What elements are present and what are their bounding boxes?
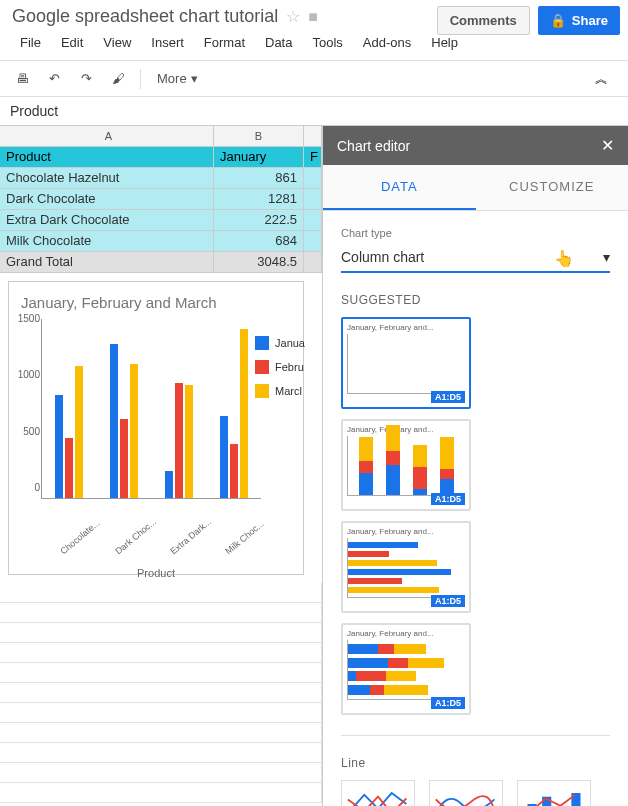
folder-icon[interactable]: ■ xyxy=(308,8,318,26)
chart-editor-panel: Chart editor ✕ DATA CUSTOMIZE Chart type… xyxy=(322,126,628,806)
table-total-row[interactable]: Grand Total 3048.5 xyxy=(0,252,322,273)
star-icon[interactable]: ☆ xyxy=(286,7,300,26)
range-badge: A1:D5 xyxy=(431,595,465,607)
ytick: 0 xyxy=(16,482,40,493)
comments-button[interactable]: Comments xyxy=(437,6,530,35)
cell: Grand Total xyxy=(0,252,214,272)
range-badge: A1:D5 xyxy=(431,493,465,505)
undo-icon[interactable]: ↶ xyxy=(40,65,68,93)
header-cell: F xyxy=(304,147,322,167)
menu-format[interactable]: Format xyxy=(196,31,253,54)
cursor-icon: 👆 xyxy=(554,249,574,268)
card-title: January, February and... xyxy=(347,527,465,536)
cell: Dark Chocolate xyxy=(0,189,214,209)
ytick: 1000 xyxy=(16,369,40,380)
chart-xlabel: Product xyxy=(21,567,291,579)
chart-type-combo[interactable] xyxy=(517,780,591,806)
chevron-down-icon: ▾ xyxy=(603,249,610,265)
share-button[interactable]: 🔒 Share xyxy=(538,6,620,35)
embedded-chart[interactable]: January, February and March 1500 1000 50… xyxy=(8,281,304,575)
cell: 861 xyxy=(214,168,304,188)
table-row[interactable]: Dark Chocolate 1281 xyxy=(0,189,322,210)
ytick: 1500 xyxy=(16,313,40,324)
chevron-down-icon: ▾ xyxy=(191,71,198,86)
table-header-row[interactable]: Product January F xyxy=(0,147,322,168)
suggested-chart-stacked-column[interactable]: January, February and... A1:D5 xyxy=(341,419,471,511)
suggested-label: SUGGESTED xyxy=(341,293,610,307)
spreadsheet-pane: A B Product January F Chocolate Hazelnut… xyxy=(0,126,322,806)
table-row[interactable]: Chocolate Hazelnut 861 xyxy=(0,168,322,189)
suggested-chart-grouped-bar[interactable]: January, February and... A1:D5 xyxy=(341,521,471,613)
more-button[interactable]: More ▾ xyxy=(149,67,206,90)
doc-title[interactable]: Google spreadsheet chart tutorial xyxy=(12,6,278,27)
chart-plot: 1500 1000 500 0 xyxy=(41,319,261,499)
card-title: January, February and... xyxy=(347,629,465,638)
section-line: Line xyxy=(341,756,610,770)
svg-rect-3 xyxy=(571,793,580,806)
chart-type-smooth-line[interactable] xyxy=(429,780,503,806)
chart-type-select[interactable]: Column chart 👆 ▾ xyxy=(341,243,610,273)
suggested-chart-grouped-column[interactable]: January, February and... A1:D5 xyxy=(341,317,471,409)
table-row[interactable]: Milk Chocolate 684 xyxy=(0,231,322,252)
menu-file[interactable]: File xyxy=(12,31,49,54)
menu-addons[interactable]: Add-ons xyxy=(355,31,419,54)
chart-title: January, February and March xyxy=(21,294,291,311)
legend-label: Janua xyxy=(275,337,305,349)
more-label: More xyxy=(157,71,187,86)
lock-icon: 🔒 xyxy=(550,13,566,28)
cell: 1281 xyxy=(214,189,304,209)
menu-data[interactable]: Data xyxy=(257,31,300,54)
col-header-b[interactable]: B xyxy=(214,126,304,146)
legend-label: Marcl xyxy=(275,385,302,397)
col-header-a[interactable]: A xyxy=(4,126,214,146)
tab-data[interactable]: DATA xyxy=(323,165,476,210)
card-title: January, February and... xyxy=(347,323,465,332)
ytick: 500 xyxy=(16,426,40,437)
legend-label: Febru xyxy=(275,361,304,373)
toolbar: 🖶 ↶ ↷ 🖌 More ▾ ︽ xyxy=(0,61,628,97)
range-badge: A1:D5 xyxy=(431,391,465,403)
paint-format-icon[interactable]: 🖌 xyxy=(104,65,132,93)
chart-type-value: Column chart xyxy=(341,249,424,265)
cell: Extra Dark Chocolate xyxy=(0,210,214,230)
share-label: Share xyxy=(572,13,608,28)
redo-icon[interactable]: ↷ xyxy=(72,65,100,93)
editor-title: Chart editor xyxy=(337,138,410,154)
chart-type-label: Chart type xyxy=(341,227,610,239)
cell: Milk Chocolate xyxy=(0,231,214,251)
menu-view[interactable]: View xyxy=(95,31,139,54)
col-header-c[interactable] xyxy=(304,126,322,146)
menu-insert[interactable]: Insert xyxy=(143,31,192,54)
tab-customize[interactable]: CUSTOMIZE xyxy=(476,165,629,210)
header-cell: January xyxy=(214,147,304,167)
range-badge: A1:D5 xyxy=(431,697,465,709)
cell: Chocolate Hazelnut xyxy=(0,168,214,188)
name-box[interactable]: Product xyxy=(0,97,628,126)
cell: 684 xyxy=(214,231,304,251)
table-row[interactable]: Extra Dark Chocolate 222.5 xyxy=(0,210,322,231)
print-icon[interactable]: 🖶 xyxy=(8,65,36,93)
card-title: January, February and... xyxy=(347,425,465,434)
cell: 222.5 xyxy=(214,210,304,230)
close-icon[interactable]: ✕ xyxy=(601,136,614,155)
menu-edit[interactable]: Edit xyxy=(53,31,91,54)
collapse-icon[interactable]: ︽ xyxy=(595,70,608,88)
header-cell: Product xyxy=(0,147,214,167)
chart-type-line[interactable] xyxy=(341,780,415,806)
suggested-chart-stacked-bar[interactable]: January, February and... A1:D5 xyxy=(341,623,471,715)
cell: 3048.5 xyxy=(214,252,304,272)
chart-legend: Janua Febru Marcl xyxy=(255,336,305,408)
menu-tools[interactable]: Tools xyxy=(304,31,350,54)
